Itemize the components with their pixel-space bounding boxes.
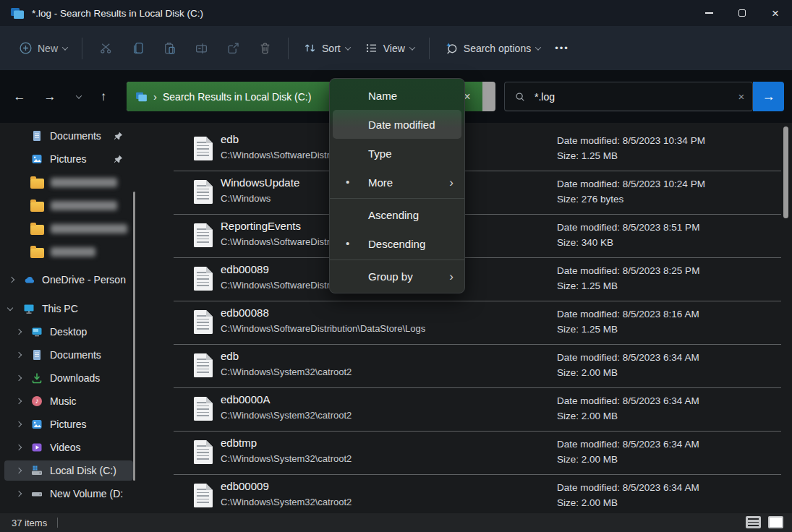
chevron-down-icon bbox=[409, 44, 415, 50]
sidebar-item-music[interactable]: ♪ Music bbox=[0, 390, 145, 413]
log-file-icon bbox=[194, 137, 213, 160]
share-button[interactable] bbox=[217, 35, 249, 61]
chevron-down-icon bbox=[535, 44, 541, 50]
sidebar-item-label: Videos bbox=[50, 442, 81, 453]
file-row[interactable]: edb0000A C:\Windows\System32\catroot2 Da… bbox=[152, 388, 792, 432]
new-button[interactable]: New bbox=[12, 36, 74, 60]
sort-menu-item-type[interactable]: Type bbox=[330, 139, 464, 168]
expand-chevron-icon[interactable] bbox=[9, 277, 14, 283]
sidebar-item-redacted-folder[interactable] bbox=[0, 171, 145, 194]
onedrive-cloud-icon bbox=[22, 273, 35, 286]
search-input[interactable] bbox=[535, 91, 731, 103]
file-name: ReportingEvents bbox=[221, 220, 301, 232]
sidebar-item-documents-pinned[interactable]: Documents bbox=[0, 124, 145, 147]
sidebar-item-this-pc[interactable]: This PC bbox=[0, 297, 145, 320]
collapse-chevron-icon[interactable] bbox=[7, 305, 13, 311]
sidebar-item-desktop[interactable]: Desktop bbox=[0, 320, 145, 343]
chevron-down-icon bbox=[344, 44, 350, 50]
file-row[interactable]: edb C:\Windows\System32\catroot2 Date mo… bbox=[152, 345, 792, 388]
blurred-folder-label bbox=[51, 201, 117, 210]
music-note-glyph: ♪ bbox=[35, 396, 38, 405]
sort-button[interactable]: Sort bbox=[296, 36, 357, 60]
expand-chevron-icon[interactable] bbox=[16, 491, 22, 497]
see-more-button[interactable]: ••• bbox=[548, 43, 576, 53]
view-button[interactable]: View bbox=[357, 36, 422, 60]
sidebar-item-redacted-folder[interactable] bbox=[0, 217, 145, 240]
sidebar-item-label: Pictures bbox=[50, 153, 87, 165]
file-size: Size: 2.00 MB bbox=[557, 454, 618, 465]
file-row[interactable]: edb00009 C:\Windows\System32\catroot2 Da… bbox=[152, 475, 792, 513]
expand-chevron-icon[interactable] bbox=[16, 375, 22, 381]
sidebar-item-label: Desktop bbox=[50, 326, 87, 338]
selected-bullet-icon: • bbox=[346, 237, 349, 249]
log-file-icon bbox=[194, 440, 213, 464]
file-row[interactable]: ReportingEvents C:\Windows\SoftwareDistr… bbox=[152, 215, 792, 258]
file-row[interactable]: edbtmp C:\Windows\System32\catroot2 Date… bbox=[152, 432, 792, 475]
expand-chevron-icon[interactable] bbox=[16, 421, 22, 427]
file-path: C:\Windows\System32\catroot2 bbox=[221, 453, 352, 464]
file-row[interactable]: edb00089 C:\Windows\SoftwareDistribution… bbox=[152, 258, 792, 301]
maximize-button[interactable] bbox=[725, 0, 759, 26]
sidebar-item-label: Local Disk (C:) bbox=[50, 465, 116, 476]
copy-button[interactable] bbox=[122, 35, 153, 61]
recent-locations-button[interactable] bbox=[68, 86, 90, 108]
expand-chevron-icon[interactable] bbox=[16, 352, 22, 358]
back-button[interactable]: ← bbox=[9, 86, 30, 108]
paste-clipboard-icon bbox=[163, 41, 176, 55]
sidebar-item-local-disk-c[interactable]: Local Disk (C:) bbox=[0, 459, 145, 482]
expand-chevron-icon[interactable] bbox=[16, 398, 22, 404]
sidebar-item-documents[interactable]: Documents bbox=[0, 343, 145, 366]
sidebar-item-label: OneDrive - Person bbox=[42, 274, 126, 286]
rename-button[interactable] bbox=[185, 35, 217, 61]
sort-menu-item-name[interactable]: Name bbox=[330, 81, 464, 110]
sort-menu-item-date-modified[interactable]: Date modified bbox=[333, 110, 461, 139]
delete-button[interactable] bbox=[249, 35, 281, 61]
log-file-icon bbox=[194, 484, 213, 507]
sort-menu-item-ascending[interactable]: Ascending bbox=[330, 200, 464, 229]
file-size: Size: 2.00 MB bbox=[557, 367, 618, 378]
sidebar-item-new-volume-d[interactable]: New Volume (D: bbox=[0, 482, 145, 505]
sidebar-item-label: Documents bbox=[50, 130, 101, 142]
sidebar-item-label: This PC bbox=[42, 303, 78, 314]
view-button-label: View bbox=[383, 43, 405, 54]
file-list-scrollbar[interactable] bbox=[783, 126, 788, 218]
paste-button[interactable] bbox=[153, 35, 185, 61]
large-icons-view-button[interactable] bbox=[768, 516, 783, 528]
sidebar-item-redacted-folder[interactable] bbox=[0, 194, 145, 217]
sidebar-item-pictures-pinned[interactable]: Pictures bbox=[0, 147, 145, 171]
file-path: C:\Windows\SoftwareDistribution\DataStor… bbox=[221, 323, 425, 334]
pin-icon bbox=[113, 154, 124, 165]
expand-chevron-icon[interactable] bbox=[16, 445, 22, 450]
expand-chevron-icon[interactable] bbox=[16, 329, 22, 335]
menu-item-label: Date modified bbox=[368, 119, 435, 131]
file-size: Size: 276 bytes bbox=[557, 194, 623, 205]
minimize-button[interactable] bbox=[692, 0, 725, 26]
sort-menu-item-group-by[interactable]: Group by › bbox=[330, 262, 464, 291]
file-date-modified: Date modified: 8/5/2023 8:25 PM bbox=[557, 265, 699, 276]
up-button[interactable]: ↑ bbox=[93, 86, 114, 108]
sidebar-scrollbar[interactable] bbox=[133, 192, 135, 481]
sidebar-item-label: Downloads bbox=[50, 372, 100, 384]
item-count: 37 items bbox=[12, 518, 47, 528]
cut-button[interactable] bbox=[90, 35, 122, 61]
sidebar-item-pictures[interactable]: Pictures bbox=[0, 413, 145, 436]
sidebar-item-onedrive[interactable]: OneDrive - Person bbox=[0, 268, 145, 291]
sidebar-item-videos[interactable]: Videos bbox=[0, 436, 145, 459]
sidebar-item-downloads[interactable]: Downloads bbox=[0, 366, 145, 390]
forward-button[interactable]: → bbox=[39, 86, 61, 108]
file-row[interactable]: edb00088 C:\Windows\SoftwareDistribution… bbox=[152, 301, 792, 345]
file-row[interactable]: WindowsUpdate C:\Windows Date modified: … bbox=[152, 171, 792, 215]
expand-chevron-icon[interactable] bbox=[16, 468, 22, 473]
search-go-button[interactable]: → bbox=[753, 82, 784, 111]
folder-icon bbox=[30, 225, 44, 235]
file-row[interactable]: edb C:\Windows\SoftwareDistribution\Data… bbox=[152, 128, 792, 171]
clear-search-icon[interactable]: × bbox=[731, 90, 752, 103]
menu-item-label: Ascending bbox=[368, 209, 419, 221]
search-options-button[interactable]: Search options bbox=[437, 36, 548, 61]
sort-menu-item-more[interactable]: • More › bbox=[330, 168, 464, 197]
sidebar-item-redacted-folder[interactable] bbox=[0, 240, 145, 263]
close-button[interactable]: × bbox=[759, 0, 792, 26]
sort-menu-item-descending[interactable]: • Descending bbox=[330, 229, 464, 258]
details-view-button[interactable] bbox=[746, 516, 761, 528]
search-box[interactable]: × bbox=[504, 82, 753, 111]
